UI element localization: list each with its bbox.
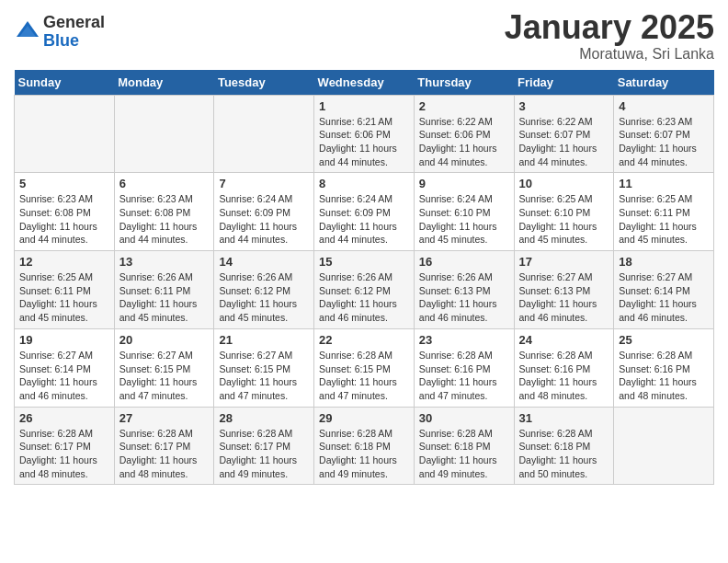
week-row-3: 12Sunrise: 6:25 AMSunset: 6:11 PMDayligh… xyxy=(15,251,714,329)
calendar-header-row: SundayMondayTuesdayWednesdayThursdayFrid… xyxy=(15,70,714,96)
day-info: Sunrise: 6:26 AMSunset: 6:12 PMDaylight:… xyxy=(219,270,309,325)
calendar-cell xyxy=(614,407,714,485)
day-info: Sunrise: 6:22 AMSunset: 6:07 PMDaylight:… xyxy=(519,115,609,169)
calendar-cell xyxy=(114,95,214,173)
day-info: Sunrise: 6:22 AMSunset: 6:06 PMDaylight:… xyxy=(419,115,509,169)
day-number: 15 xyxy=(319,255,409,269)
day-number: 20 xyxy=(119,333,210,347)
day-number: 18 xyxy=(619,255,709,269)
day-info: Sunrise: 6:21 AMSunset: 6:06 PMDaylight:… xyxy=(319,115,409,169)
calendar-cell: 10Sunrise: 6:25 AMSunset: 6:10 PMDayligh… xyxy=(514,173,614,251)
day-number: 1 xyxy=(319,99,409,113)
calendar-cell: 23Sunrise: 6:28 AMSunset: 6:16 PMDayligh… xyxy=(414,328,514,407)
header-monday: Monday xyxy=(114,70,214,96)
day-info: Sunrise: 6:28 AMSunset: 6:18 PMDaylight:… xyxy=(519,427,609,481)
calendar-cell: 28Sunrise: 6:28 AMSunset: 6:17 PMDayligh… xyxy=(214,407,314,485)
calendar-title: January 2025 xyxy=(505,9,714,46)
day-number: 3 xyxy=(519,99,609,113)
header-thursday: Thursday xyxy=(414,70,514,96)
day-number: 17 xyxy=(519,255,609,269)
day-number: 29 xyxy=(319,411,409,425)
logo-icon xyxy=(14,18,41,46)
calendar-cell: 29Sunrise: 6:28 AMSunset: 6:18 PMDayligh… xyxy=(314,407,415,485)
calendar-cell: 15Sunrise: 6:26 AMSunset: 6:12 PMDayligh… xyxy=(314,251,415,329)
day-number: 25 xyxy=(619,333,709,347)
calendar-cell: 4Sunrise: 6:23 AMSunset: 6:07 PMDaylight… xyxy=(614,95,714,173)
logo: General Blue xyxy=(14,14,105,51)
day-info: Sunrise: 6:24 AMSunset: 6:10 PMDaylight:… xyxy=(419,192,509,247)
calendar-cell: 6Sunrise: 6:23 AMSunset: 6:08 PMDaylight… xyxy=(114,173,214,251)
day-info: Sunrise: 6:23 AMSunset: 6:08 PMDaylight:… xyxy=(19,192,109,247)
day-number: 22 xyxy=(319,333,409,347)
day-info: Sunrise: 6:24 AMSunset: 6:09 PMDaylight:… xyxy=(319,192,409,247)
day-number: 24 xyxy=(519,333,609,347)
day-info: Sunrise: 6:27 AMSunset: 6:14 PMDaylight:… xyxy=(19,349,109,403)
day-number: 7 xyxy=(219,177,309,190)
day-info: Sunrise: 6:28 AMSunset: 6:16 PMDaylight:… xyxy=(419,349,509,403)
calendar-cell: 30Sunrise: 6:28 AMSunset: 6:18 PMDayligh… xyxy=(414,407,514,485)
header-friday: Friday xyxy=(514,70,614,96)
calendar-cell: 9Sunrise: 6:24 AMSunset: 6:10 PMDaylight… xyxy=(414,173,514,251)
title-block: January 2025 Moratuwa, Sri Lanka xyxy=(505,9,714,63)
calendar-cell: 5Sunrise: 6:23 AMSunset: 6:08 PMDaylight… xyxy=(15,173,115,251)
calendar-cell: 22Sunrise: 6:28 AMSunset: 6:15 PMDayligh… xyxy=(314,328,415,407)
day-number: 12 xyxy=(19,255,109,269)
calendar-cell: 17Sunrise: 6:27 AMSunset: 6:13 PMDayligh… xyxy=(514,251,614,329)
day-info: Sunrise: 6:27 AMSunset: 6:14 PMDaylight:… xyxy=(619,270,709,325)
calendar-cell: 18Sunrise: 6:27 AMSunset: 6:14 PMDayligh… xyxy=(614,251,714,329)
day-info: Sunrise: 6:24 AMSunset: 6:09 PMDaylight:… xyxy=(219,192,309,247)
day-number: 31 xyxy=(519,411,609,425)
day-info: Sunrise: 6:28 AMSunset: 6:17 PMDaylight:… xyxy=(119,427,210,481)
day-number: 10 xyxy=(519,177,609,190)
calendar-cell: 19Sunrise: 6:27 AMSunset: 6:14 PMDayligh… xyxy=(15,328,115,407)
day-info: Sunrise: 6:23 AMSunset: 6:08 PMDaylight:… xyxy=(119,192,210,247)
calendar-cell: 3Sunrise: 6:22 AMSunset: 6:07 PMDaylight… xyxy=(514,95,614,173)
week-row-2: 5Sunrise: 6:23 AMSunset: 6:08 PMDaylight… xyxy=(15,173,714,251)
day-number: 14 xyxy=(219,255,309,269)
day-info: Sunrise: 6:26 AMSunset: 6:13 PMDaylight:… xyxy=(419,270,509,325)
day-info: Sunrise: 6:28 AMSunset: 6:16 PMDaylight:… xyxy=(519,349,609,403)
day-info: Sunrise: 6:26 AMSunset: 6:12 PMDaylight:… xyxy=(319,270,409,325)
header-tuesday: Tuesday xyxy=(214,70,314,96)
calendar-cell: 26Sunrise: 6:28 AMSunset: 6:17 PMDayligh… xyxy=(15,407,115,485)
day-number: 26 xyxy=(19,411,109,425)
day-number: 4 xyxy=(619,99,709,113)
day-number: 30 xyxy=(419,411,509,425)
day-number: 23 xyxy=(419,333,509,347)
day-number: 5 xyxy=(19,177,109,190)
calendar-cell: 31Sunrise: 6:28 AMSunset: 6:18 PMDayligh… xyxy=(514,407,614,485)
day-info: Sunrise: 6:28 AMSunset: 6:15 PMDaylight:… xyxy=(319,349,409,403)
day-number: 11 xyxy=(619,177,709,190)
week-row-4: 19Sunrise: 6:27 AMSunset: 6:14 PMDayligh… xyxy=(15,328,714,407)
calendar-cell xyxy=(214,95,314,173)
day-info: Sunrise: 6:27 AMSunset: 6:15 PMDaylight:… xyxy=(119,349,210,403)
calendar-cell xyxy=(15,95,115,173)
calendar-cell: 8Sunrise: 6:24 AMSunset: 6:09 PMDaylight… xyxy=(314,173,415,251)
calendar-cell: 27Sunrise: 6:28 AMSunset: 6:17 PMDayligh… xyxy=(114,407,214,485)
calendar-cell: 14Sunrise: 6:26 AMSunset: 6:12 PMDayligh… xyxy=(214,251,314,329)
calendar-cell: 25Sunrise: 6:28 AMSunset: 6:16 PMDayligh… xyxy=(614,328,714,407)
calendar-cell: 20Sunrise: 6:27 AMSunset: 6:15 PMDayligh… xyxy=(114,328,214,407)
week-row-5: 26Sunrise: 6:28 AMSunset: 6:17 PMDayligh… xyxy=(15,407,714,485)
calendar-cell: 11Sunrise: 6:25 AMSunset: 6:11 PMDayligh… xyxy=(614,173,714,251)
calendar-cell: 2Sunrise: 6:22 AMSunset: 6:06 PMDaylight… xyxy=(414,95,514,173)
day-info: Sunrise: 6:27 AMSunset: 6:15 PMDaylight:… xyxy=(219,349,309,403)
header-sunday: Sunday xyxy=(15,70,115,96)
day-info: Sunrise: 6:28 AMSunset: 6:16 PMDaylight:… xyxy=(619,349,709,403)
calendar-cell: 21Sunrise: 6:27 AMSunset: 6:15 PMDayligh… xyxy=(214,328,314,407)
day-number: 19 xyxy=(19,333,109,347)
calendar-cell: 12Sunrise: 6:25 AMSunset: 6:11 PMDayligh… xyxy=(15,251,115,329)
week-row-1: 1Sunrise: 6:21 AMSunset: 6:06 PMDaylight… xyxy=(15,95,714,173)
logo-blue: Blue xyxy=(43,32,105,51)
day-number: 16 xyxy=(419,255,509,269)
day-number: 27 xyxy=(119,411,210,425)
calendar-subtitle: Moratuwa, Sri Lanka xyxy=(505,46,714,63)
day-info: Sunrise: 6:25 AMSunset: 6:10 PMDaylight:… xyxy=(519,192,609,247)
day-info: Sunrise: 6:25 AMSunset: 6:11 PMDaylight:… xyxy=(619,192,709,247)
page-header: General Blue January 2025 Moratuwa, Sri … xyxy=(14,9,714,63)
day-info: Sunrise: 6:28 AMSunset: 6:17 PMDaylight:… xyxy=(219,427,309,481)
day-number: 21 xyxy=(219,333,309,347)
calendar-cell: 13Sunrise: 6:26 AMSunset: 6:11 PMDayligh… xyxy=(114,251,214,329)
day-number: 13 xyxy=(119,255,210,269)
day-number: 8 xyxy=(319,177,409,190)
